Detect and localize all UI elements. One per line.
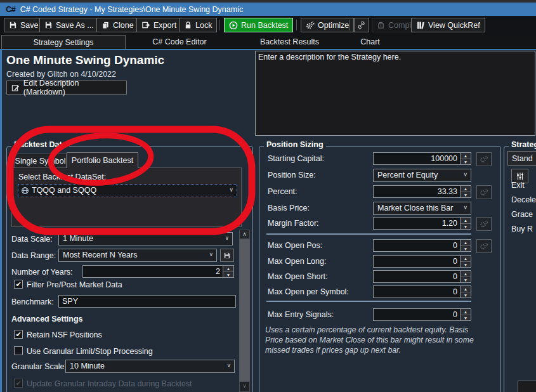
basis-price-combo[interactable]: Market Close this Bar ∨ <box>373 202 471 215</box>
tab-strategy-settings[interactable]: Strategy Settings <box>1 35 126 49</box>
tab-backtest-results[interactable]: Backtest Results <box>233 35 346 49</box>
data-scale-combo[interactable]: 1 Minute ∨ <box>58 232 233 245</box>
margin-factor-field[interactable]: 1.20 ▲▼ <box>373 217 471 230</box>
spinner[interactable]: ▲▼ <box>460 309 471 320</box>
chevron-down-icon[interactable]: ∨ <box>225 235 229 241</box>
optimize-param-button[interactable] <box>476 185 492 199</box>
data-scale-value: 1 Minute <box>63 234 93 243</box>
spin-down-icon[interactable]: ▼ <box>461 277 471 283</box>
max-open-symbol-field[interactable]: 0 ▲▼ <box>373 285 471 298</box>
update-granular-label: Update Granular Intraday Data during Bac… <box>27 379 192 388</box>
spin-up-icon[interactable]: ▲ <box>461 256 471 262</box>
optimize-param-button[interactable] <box>476 152 492 166</box>
data-range-combo[interactable]: Most Recent N Years ∨ <box>58 249 217 262</box>
number-of-years-field[interactable]: 2 ▲▼ <box>82 265 234 278</box>
chevron-down-icon[interactable]: ∨ <box>463 204 467 211</box>
link-icon <box>357 21 365 29</box>
starting-capital-field[interactable]: 100000 ▲▼ <box>373 152 471 165</box>
spinner[interactable]: ▲▼ <box>460 186 471 197</box>
max-open-short-field[interactable]: 0 ▲▼ <box>373 270 471 283</box>
spin-up-icon[interactable]: ▲ <box>461 218 471 224</box>
tab-chart[interactable]: Chart <box>346 35 395 49</box>
data-scale-label: Data Scale: <box>11 235 53 244</box>
view-quickref-button[interactable]: View QuickRef <box>411 18 485 32</box>
run-backtest-button[interactable]: Run Backtest <box>224 18 293 32</box>
spin-up-icon[interactable]: ▲ <box>461 286 471 292</box>
benchmark-field[interactable]: SPY <box>58 295 236 308</box>
export-label: Export <box>154 21 176 30</box>
position-sizing-note: Uses a certain percentage of current bac… <box>265 325 486 356</box>
tab-single-symbol[interactable]: Single Symbol <box>14 154 67 168</box>
scroll-down-button[interactable]: ∨ <box>239 381 250 392</box>
tab-code-editor[interactable]: C# Code Editor <box>126 35 233 49</box>
link-button[interactable] <box>354 18 369 32</box>
optimize-param-button[interactable] <box>476 239 492 253</box>
granular-scale-combo[interactable]: 10 Minute ∨ <box>65 360 235 373</box>
spin-up-icon[interactable]: ▲ <box>461 271 471 277</box>
edit-description-button[interactable]: Edit Description (Markdown) <box>6 81 127 95</box>
compile-icon <box>377 21 385 29</box>
spin-down-icon[interactable]: ▼ <box>461 315 471 321</box>
filter-prepost-checkbox[interactable]: ✔ <box>14 280 23 289</box>
spinner[interactable]: ▲▼ <box>460 153 471 164</box>
spin-up-icon[interactable]: ▲ <box>461 186 471 192</box>
percent-field[interactable]: 33.33 ▲▼ <box>373 185 471 198</box>
scrollbar-thumb[interactable] <box>240 240 249 381</box>
optimize-param-button[interactable] <box>476 217 492 231</box>
dataset-combo[interactable]: TQQQ and SQQQ ∨ <box>18 184 237 197</box>
tab-accent-line <box>0 49 536 50</box>
save-as-button[interactable]: Save As ... <box>39 18 99 32</box>
max-open-long-value: 0 <box>453 257 457 266</box>
spin-up-icon[interactable]: ▲ <box>461 153 471 159</box>
tab-label: C# Code Editor <box>152 37 206 46</box>
tab-portfolio-backtest[interactable]: Portfolio Backtest <box>67 152 138 168</box>
spin-down-icon[interactable]: ▼ <box>461 246 471 252</box>
spin-down-icon[interactable]: ▼ <box>461 262 471 268</box>
toolbar-separator <box>296 20 297 30</box>
spin-down-icon[interactable]: ▼ <box>461 292 471 298</box>
retain-nsf-checkbox[interactable]: ✔ <box>14 330 23 339</box>
spin-down-icon[interactable]: ▼ <box>461 159 471 165</box>
position-size-combo[interactable]: Percent of Equity ∨ <box>373 169 471 182</box>
check-icon: ✔ <box>15 280 21 288</box>
spin-up-icon[interactable]: ▲ <box>461 240 471 246</box>
save-range-button[interactable] <box>220 249 234 262</box>
scroll-up-icon: ∧ <box>242 231 247 237</box>
spin-up-icon[interactable]: ▲ <box>461 309 471 315</box>
spinner[interactable]: ▲▼ <box>460 218 471 229</box>
tab-label: Portfolio Backtest <box>72 156 133 165</box>
spin-up-icon[interactable]: ▲ <box>223 266 233 272</box>
max-entry-value: 0 <box>453 310 457 319</box>
optimize-button[interactable]: Optimize <box>301 18 354 32</box>
spin-down-icon[interactable]: ▼ <box>223 272 233 278</box>
spin-down-icon[interactable]: ▼ <box>461 192 471 198</box>
use-granular-checkbox[interactable] <box>14 346 23 355</box>
number-of-years-spinner[interactable]: ▲▼ <box>223 266 233 277</box>
scroll-up-button[interactable]: ∧ <box>239 230 250 239</box>
tab-standard[interactable]: Stand <box>507 151 536 166</box>
chevron-down-icon[interactable]: ∨ <box>209 251 213 258</box>
spinner[interactable]: ▲▼ <box>460 286 471 297</box>
toolbar: Save Save As ... Clone Export Lock Run B… <box>0 16 536 35</box>
chevron-down-icon[interactable]: ∨ <box>229 186 233 193</box>
lock-label: Lock <box>195 21 212 30</box>
chevron-down-icon[interactable]: ∨ <box>463 171 467 178</box>
save-label: Save <box>20 21 39 30</box>
export-button[interactable]: Export <box>136 18 181 32</box>
toolbar-separator <box>350 20 350 30</box>
save-button[interactable]: Save <box>4 18 44 32</box>
spinner[interactable]: ▲▼ <box>460 240 471 251</box>
clone-icon <box>101 21 110 29</box>
max-open-symbol-label: Max Open per Symbol: <box>268 287 349 296</box>
spinner[interactable]: ▲▼ <box>460 271 471 282</box>
description-textarea[interactable]: Enter a description for the Strategy her… <box>255 51 535 136</box>
chevron-down-icon[interactable]: ∨ <box>226 362 231 369</box>
spin-down-icon[interactable]: ▼ <box>461 224 471 230</box>
spinner[interactable]: ▲▼ <box>460 256 471 267</box>
max-entry-field[interactable]: 0 ▲▼ <box>373 308 471 321</box>
clone-button[interactable]: Clone <box>96 18 139 32</box>
max-open-long-field[interactable]: 0 ▲▼ <box>373 255 471 268</box>
save-as-label: Save As ... <box>56 21 94 30</box>
lock-button[interactable]: Lock <box>179 18 217 32</box>
max-open-pos-field[interactable]: 0 ▲▼ <box>373 239 471 252</box>
